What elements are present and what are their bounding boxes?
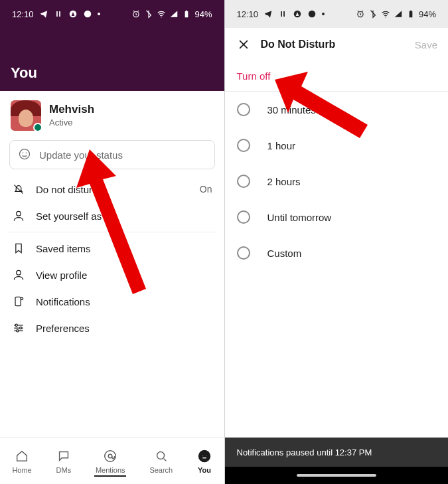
svg-point-26 [385,17,386,18]
row-label: Notifications [36,296,90,307]
svg-point-24 [309,11,316,18]
svg-rect-4 [185,11,188,17]
svg-point-3 [161,17,163,18]
row-saved-items[interactable]: Saved items [0,235,224,262]
save-button[interactable]: Save [415,39,437,50]
svg-point-20 [202,454,203,455]
bluetooth-icon [144,9,153,19]
tab-label: You [198,466,211,474]
status-more-dot [98,13,100,15]
svg-point-6 [20,149,30,159]
alarm-icon [356,9,365,19]
nav-pill-icon [297,474,376,477]
row-trail: On [200,184,212,195]
option-2-hours[interactable]: 2 hours [225,163,449,199]
tab-label: DMs [56,466,72,474]
row-notifications[interactable]: Notifications [0,288,224,315]
row-preferences[interactable]: Preferences [0,315,224,341]
alarm-icon [131,9,141,19]
battery-percent: 94% [194,9,212,19]
smiley-icon [18,147,31,163]
svg-point-7 [23,152,24,153]
you-header: You [0,28,224,91]
battery-icon [182,9,191,19]
close-button[interactable] [236,37,252,52]
page-title: You [11,64,37,82]
option-label: Custom [267,248,302,259]
svg-point-8 [26,152,27,153]
status-more-dot [322,13,325,15]
radio-icon [237,175,250,188]
tab-mentions[interactable]: Mentions [96,449,125,474]
dms-icon [56,449,71,463]
option-1-hour[interactable]: 1 hour [225,127,449,163]
option-label: Until tomorrow [267,212,332,223]
signal-icon [169,9,179,19]
radio-icon [237,103,250,116]
telegram-icon [263,9,273,19]
status-input[interactable]: Update your status [9,140,215,169]
phone-right: 12:10 94% Do Not Disturb Save Turn off 3… [224,0,449,484]
option-custom[interactable]: Custom [225,235,449,271]
radio-icon [237,210,250,224]
option-until-tomorrow[interactable]: Until tomorrow [225,199,449,235]
svg-point-18 [157,451,164,459]
bluetooth-icon [368,9,378,19]
status-bar-left: 12:10 94% [0,0,224,28]
svg-point-14 [20,327,22,329]
status-time: 12:10 [12,9,34,19]
status-bar-right: 12:10 94% [225,0,449,28]
row-label: View profile [36,270,87,281]
you-icon [197,449,212,463]
tab-search[interactable]: Search [149,449,173,474]
person-icon [12,268,25,282]
dnd-title: Do Not Disturb [261,39,336,50]
tab-you[interactable]: You [197,449,212,474]
svg-point-15 [17,330,19,332]
hz-badge-icon [307,9,317,19]
svg-point-10 [17,270,21,275]
wifi-icon [381,9,390,19]
svg-point-19 [198,449,210,461]
profile-row[interactable]: Mehvish Active [0,91,224,137]
option-label: 2 hours [267,176,301,187]
home-icon [15,449,29,463]
profile-name: Mehvish [49,103,94,116]
radio-icon [237,139,250,152]
tab-home[interactable]: Home [12,449,31,474]
tab-label: Home [12,466,31,474]
battery-icon [406,9,415,19]
person-away-icon [12,209,25,222]
svg-rect-5 [186,11,187,11]
telegram-icon [39,9,48,19]
row-view-profile[interactable]: View profile [0,262,224,288]
svg-rect-27 [410,11,413,17]
bell-off-icon [12,183,25,196]
row-set-away[interactable]: Set yourself as [0,202,224,229]
svg-rect-28 [410,11,411,11]
toast-text: Notifications paused until 12:37 PM [237,447,372,457]
dnd-header: Do Not Disturb Save [225,28,449,61]
profile-presence: Active [49,118,72,127]
svg-rect-11 [15,297,21,305]
svg-point-17 [109,454,113,458]
pause-icon [278,9,287,19]
option-label: 30 minutes [267,104,316,116]
app-a-icon [68,9,78,19]
pause-icon [54,9,63,19]
row-label: Do not disturb [36,184,98,195]
turn-off-link[interactable]: Turn off [225,61,449,91]
tab-dms[interactable]: DMs [56,449,72,474]
tab-bar: Home DMs Mentions Search You [0,438,224,484]
svg-point-9 [17,211,21,216]
svg-point-13 [15,324,17,326]
svg-point-21 [206,454,207,455]
option-label: 1 hour [267,140,296,151]
row-do-not-disturb[interactable]: Do not disturb On [0,176,224,202]
option-30-minutes[interactable]: 30 minutes [225,92,449,127]
hz-badge-icon [83,9,92,19]
toast-notifications-paused: Notifications paused until 12:37 PM [225,438,449,467]
battery-percent: 94% [419,9,436,19]
wifi-icon [157,9,166,19]
svg-point-1 [84,11,91,18]
